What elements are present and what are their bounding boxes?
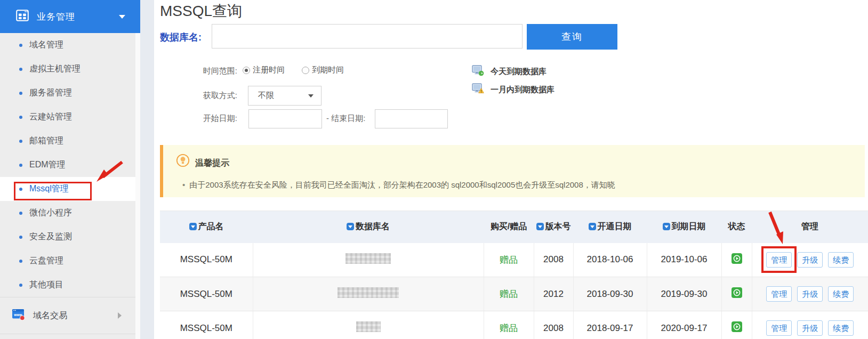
cell-status (721, 243, 752, 277)
sidebar-item-mail-mgmt[interactable]: 邮箱管理 (0, 129, 135, 153)
bullet-icon (19, 68, 22, 71)
acquire-mode-select[interactable]: 不限 (248, 86, 322, 106)
blurred-db-name (345, 253, 391, 264)
time-range-radio-group: 注册时间 到期时间 (243, 65, 361, 75)
cell-actions: 管理升级续费 (752, 277, 868, 311)
quick-link-expire-today[interactable]: 今天到期数据库 (472, 65, 546, 78)
annotation-arrow-table (763, 208, 795, 247)
sidebar-item-label: 微信小程序 (29, 207, 72, 219)
sidebar-item-label: 云建站管理 (29, 111, 72, 123)
radio-selected-icon[interactable] (243, 67, 250, 74)
chevron-down-icon[interactable] (119, 15, 125, 19)
notice-box: 温馨提示 •由于2003系统存在安全风险，目前我司已经全面淘汰，部分架构在200… (160, 145, 865, 197)
quick-link-expire-month[interactable]: 一月内到期数据库 (472, 83, 554, 96)
upgrade-button[interactable]: 升级 (797, 286, 823, 302)
cell-expire-date: 2020-09-17 (647, 311, 721, 339)
cell-open-date: 2018-09-30 (573, 277, 647, 311)
start-date-input[interactable] (248, 109, 322, 128)
bullet-icon (19, 284, 22, 287)
bullet-icon (19, 92, 22, 95)
start-date-label: 开始日期: (160, 114, 237, 124)
bullet-icon (19, 260, 22, 263)
blurred-db-name (356, 321, 381, 332)
db-name-input[interactable] (212, 24, 523, 49)
manage-button[interactable]: 管理 (766, 320, 792, 336)
end-date-label: - 结束日期: (326, 114, 365, 124)
cell-product: MSSQL-50M (160, 311, 253, 339)
sidebar-scrollbar[interactable] (135, 33, 140, 339)
sidebar-item-clouddisk-mgmt[interactable]: 云盘管理 (0, 249, 135, 273)
bullet-icon (19, 188, 22, 191)
sidebar-section-title: 域名交易 (33, 310, 67, 321)
renew-button[interactable]: 续费 (828, 252, 854, 268)
col-product: 产品名 (160, 211, 253, 243)
bullet-icon (19, 164, 22, 167)
sort-icon[interactable] (536, 223, 544, 230)
notice-item: •由于2003系统存在安全风险，目前我司已经全面淘汰，部分架构在2003的 sq… (182, 180, 615, 190)
cell-db-name (253, 277, 484, 311)
cell-version: 2008 (534, 243, 573, 277)
status-ok-icon[interactable] (732, 287, 742, 301)
col-open-date: 开通日期 (573, 211, 647, 243)
radio-unselected-icon[interactable] (302, 67, 309, 74)
cell-open-date: 2018-10-06 (573, 243, 647, 277)
sidebar-item-label: EDM管理 (29, 159, 66, 171)
page-gutter (140, 0, 154, 339)
sidebar-item-domain-mgmt[interactable]: 域名管理 (0, 33, 135, 57)
sidebar-section-domain-trade[interactable]: www 域名交易 (0, 297, 135, 334)
col-db-name: 数据库名 (253, 211, 484, 243)
monitor-warning-icon (472, 83, 484, 96)
bullet-icon: • (182, 180, 185, 189)
sidebar-item-vhost-mgmt[interactable]: 虚拟主机管理 (0, 57, 135, 81)
col-purchase-type: 购买/赠品 (484, 211, 534, 243)
cell-purchase-type: 赠品 (484, 311, 534, 339)
cell-db-name (253, 311, 484, 339)
sidebar-item-label: 虚拟主机管理 (29, 63, 81, 75)
manage-button[interactable]: 管理 (766, 252, 792, 268)
sidebar-item-security-monitor[interactable]: 安全及监测 (0, 225, 135, 249)
select-value: 不限 (258, 91, 274, 101)
cell-purchase-type: 赠品 (484, 277, 534, 311)
sort-icon[interactable] (589, 223, 596, 230)
end-date-input[interactable] (375, 109, 448, 128)
radio-register-time[interactable]: 注册时间 (243, 65, 285, 75)
annotation-arrow-sidebar (92, 158, 126, 185)
cell-actions: 管理升级续费 (752, 243, 868, 277)
chevron-down-icon (308, 94, 314, 98)
sidebar-item-other-projects[interactable]: 其他项目 (0, 273, 135, 297)
sidebar-item-wechat-miniapp[interactable]: 微信小程序 (0, 201, 135, 225)
sort-icon[interactable] (347, 223, 354, 230)
cell-expire-date: 2019-09-30 (647, 277, 721, 311)
cell-expire-date: 2019-10-06 (647, 243, 721, 277)
upgrade-button[interactable]: 升级 (797, 320, 823, 336)
lightbulb-icon (176, 154, 190, 170)
sidebar-item-cloudsite-mgmt[interactable]: 云建站管理 (0, 105, 135, 129)
col-expire-date: 到期日期 (647, 211, 721, 243)
table-row: MSSQL-50M 赠品 2012 2018-09-30 2019-09-30 … (160, 277, 868, 311)
status-ok-icon[interactable] (732, 253, 742, 267)
status-ok-icon[interactable] (732, 321, 742, 335)
sort-icon[interactable] (189, 223, 197, 230)
mssql-table: 产品名 数据库名 购买/赠品 版本号 开通日期 到期日期 状态 管理 MSSQL… (160, 211, 868, 339)
renew-button[interactable]: 续费 (828, 286, 854, 302)
cell-purchase-type: 赠品 (484, 243, 534, 277)
query-button[interactable]: 查询 (527, 24, 617, 50)
sidebar-section-business[interactable]: 业务管理 (0, 0, 140, 33)
manage-button[interactable]: 管理 (766, 286, 792, 302)
notice-title: 温馨提示 (195, 158, 229, 169)
cell-version: 2012 (534, 277, 573, 311)
radio-label: 注册时间 (253, 65, 285, 75)
cell-db-name (253, 243, 484, 277)
cell-product: MSSQL-50M (160, 243, 253, 277)
renew-button[interactable]: 续费 (828, 320, 854, 336)
sidebar-item-server-mgmt[interactable]: 服务器管理 (0, 81, 135, 105)
sidebar-item-label: 安全及监测 (29, 231, 72, 243)
bullet-icon (19, 116, 22, 119)
cell-actions: 管理升级续费 (752, 311, 868, 339)
monitor-green-arrow-icon (472, 65, 484, 78)
page-title: MSSQL查询 (160, 1, 242, 21)
upgrade-button[interactable]: 升级 (797, 252, 823, 268)
sidebar-item-label: Mssql管理 (29, 183, 69, 195)
radio-expire-time[interactable]: 到期时间 (302, 65, 344, 75)
sort-icon[interactable] (663, 223, 670, 230)
